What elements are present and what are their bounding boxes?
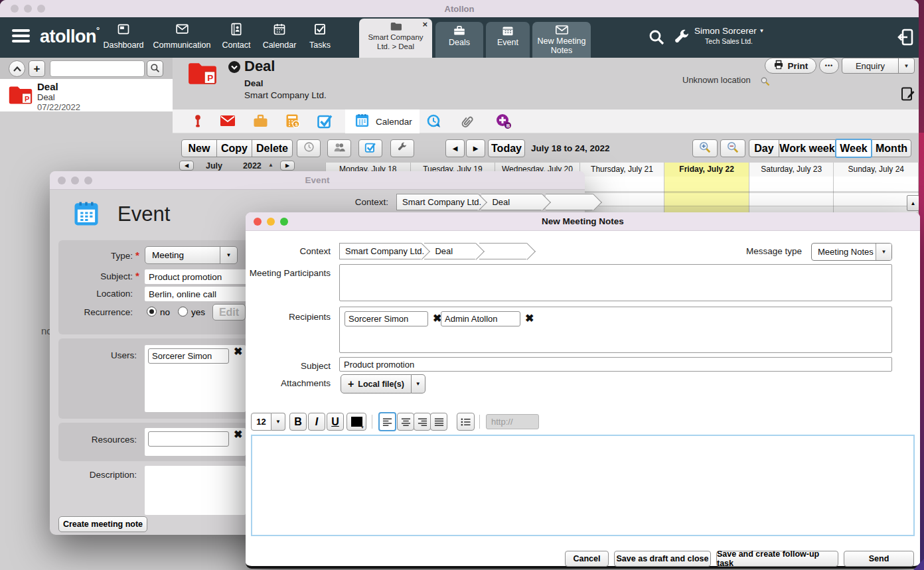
font-size-select[interactable]: 12 ▼	[251, 413, 285, 431]
record-type-icon[interactable]	[228, 61, 240, 76]
zoom-out-button[interactable]	[720, 139, 745, 157]
event-subject-input[interactable]: Product promotion	[145, 269, 249, 284]
users-box[interactable]: Sorcerer Simon	[145, 345, 246, 412]
font-color-button[interactable]: ▼	[346, 413, 366, 431]
show-tasks-button[interactable]	[358, 139, 382, 157]
save-draft-close-button[interactable]: Save as draft and close	[614, 551, 711, 567]
view-day-button[interactable]: Day	[749, 139, 779, 157]
day-header-today[interactable]: Friday, July 22	[664, 163, 749, 177]
more-options-button[interactable]: •••	[819, 58, 839, 74]
billing-icon[interactable]: $	[285, 113, 301, 131]
align-right-button[interactable]	[414, 413, 431, 431]
breadcrumb-item[interactable]: Smart Company Ltd.	[396, 194, 479, 210]
edit-page-icon[interactable]	[900, 86, 916, 105]
new-event-button[interactable]: New	[181, 139, 217, 157]
hamburger-menu-icon[interactable]	[12, 29, 30, 42]
recipient-chip[interactable]: Admin Atollon	[441, 311, 520, 326]
breadcrumb-item[interactable]: Smart Company Ltd.	[339, 243, 422, 259]
attach-local-files-button[interactable]: + Local file(s) ▼	[341, 374, 425, 393]
recurrence-no-radio[interactable]	[147, 307, 157, 317]
user-chip[interactable]: Sorcerer Simon	[148, 348, 229, 364]
tab-deals[interactable]: Deals	[435, 22, 483, 58]
add-button[interactable]: +	[29, 60, 45, 77]
sidebar-search-input[interactable]	[50, 60, 145, 77]
context-breadcrumb[interactable]: Smart Company Ltd. Deal	[339, 243, 527, 259]
zoom-in-button[interactable]	[692, 139, 718, 157]
resources-box[interactable]	[145, 428, 246, 456]
participants-box[interactable]	[339, 264, 892, 301]
tab-new-meeting-notes[interactable]: New Meeting Notes	[532, 22, 591, 58]
attendees-button[interactable]	[327, 139, 351, 157]
view-week-button[interactable]: Week	[835, 139, 872, 158]
description-textarea[interactable]	[145, 466, 246, 515]
logout-icon[interactable]	[896, 28, 915, 49]
atollon-logo[interactable]: atollon°	[40, 25, 100, 47]
collapse-button[interactable]	[9, 60, 25, 77]
resource-chip-empty[interactable]	[148, 431, 229, 447]
close-tab-icon[interactable]: ×	[422, 20, 427, 29]
subject-input[interactable]: Product promotion	[339, 357, 892, 372]
nav-item-contact[interactable]: Contact	[215, 23, 258, 50]
breadcrumb-item-empty[interactable]	[546, 194, 593, 210]
mini-year-label[interactable]: 2022	[243, 161, 262, 171]
bold-button[interactable]: B	[289, 413, 307, 431]
create-meeting-note-button[interactable]: Create meeting note	[58, 516, 147, 532]
chevron-down-icon[interactable]: ▼	[271, 413, 285, 431]
nav-item-communication[interactable]: Communication	[149, 23, 215, 50]
activities-icon[interactable]	[191, 113, 204, 131]
context-breadcrumb[interactable]: Smart Company Ltd. Deal	[396, 194, 593, 210]
edit-recurrence-button[interactable]: Edit	[212, 304, 246, 321]
history-icon[interactable]	[426, 113, 442, 132]
messages-icon[interactable]	[220, 115, 236, 129]
message-type-dropdown[interactable]: Meeting Notes ▼	[811, 243, 892, 261]
tasks-check-icon[interactable]	[317, 113, 333, 132]
view-work-week-button[interactable]: Work week	[779, 139, 836, 157]
align-left-button[interactable]	[378, 412, 396, 431]
type-dropdown[interactable]: Meeting ▼	[145, 246, 238, 264]
event-location-input[interactable]: Berlin, online call	[145, 287, 249, 301]
clear-resources-icon[interactable]: ✖	[234, 429, 242, 440]
underline-button[interactable]: U	[327, 413, 344, 431]
tools-icon[interactable]	[673, 28, 692, 49]
breadcrumb-item[interactable]: Deal	[481, 194, 542, 210]
delete-event-button[interactable]: Delete	[252, 139, 293, 157]
mini-year-up-icon[interactable]: ▲	[268, 162, 273, 168]
bullet-list-button[interactable]	[457, 413, 475, 431]
recipient-chip[interactable]: Sorcerer Simon	[345, 311, 428, 326]
next-week-button[interactable]: ▶	[466, 139, 485, 157]
day-header[interactable]: Saturday, July 23	[749, 163, 834, 177]
today-button[interactable]: Today	[488, 139, 525, 157]
nav-item-calendar[interactable]: Calendar	[258, 23, 301, 50]
add-contact-icon[interactable]: B	[495, 113, 512, 132]
cancel-button[interactable]: Cancel	[565, 551, 609, 567]
align-center-button[interactable]	[397, 413, 414, 431]
sidebar-search-button[interactable]	[147, 60, 163, 77]
clear-users-icon[interactable]: ✖	[234, 346, 242, 357]
mini-prev-button[interactable]: ◀	[179, 161, 194, 171]
tab-smart-company-deal[interactable]: Smart Company Ltd. > Deal ×	[359, 19, 432, 58]
remove-recipient-icon[interactable]: ✖	[525, 313, 534, 324]
breadcrumb-item[interactable]: Deal	[424, 243, 476, 259]
deals-icon[interactable]	[253, 114, 268, 130]
align-justify-button[interactable]	[430, 413, 447, 431]
calendar-scroll-up-button[interactable]: ▲	[907, 195, 919, 211]
day-header[interactable]: Sunday, July 24	[833, 163, 919, 177]
enquiry-dropdown[interactable]: Enquiry ▼	[842, 58, 915, 74]
mini-month-label[interactable]: July	[206, 161, 222, 171]
day-header[interactable]: Thursday, July 21	[579, 163, 664, 177]
message-body-editor[interactable]	[251, 435, 915, 536]
send-button[interactable]: Send	[844, 551, 914, 567]
mini-next-button[interactable]: ▶	[280, 161, 295, 171]
nav-item-dashboard[interactable]: Dashboard	[98, 23, 149, 50]
prev-week-button[interactable]: ◀	[445, 139, 465, 157]
save-create-followup-button[interactable]: Save and create follow-up task	[716, 551, 838, 567]
recipients-box[interactable]: Sorcerer Simon ✖ Admin Atollon ✖	[339, 307, 892, 353]
view-month-button[interactable]: Month	[872, 139, 911, 157]
hyperlink-input[interactable]: http://	[486, 414, 539, 429]
location-search-icon[interactable]	[760, 76, 770, 89]
attach-dropdown-arrow[interactable]: ▼	[412, 374, 425, 393]
recurrence-yes-radio[interactable]	[178, 307, 188, 317]
print-button[interactable]: Print	[765, 58, 816, 74]
search-icon[interactable]	[648, 29, 666, 49]
settings-button[interactable]	[390, 139, 414, 157]
